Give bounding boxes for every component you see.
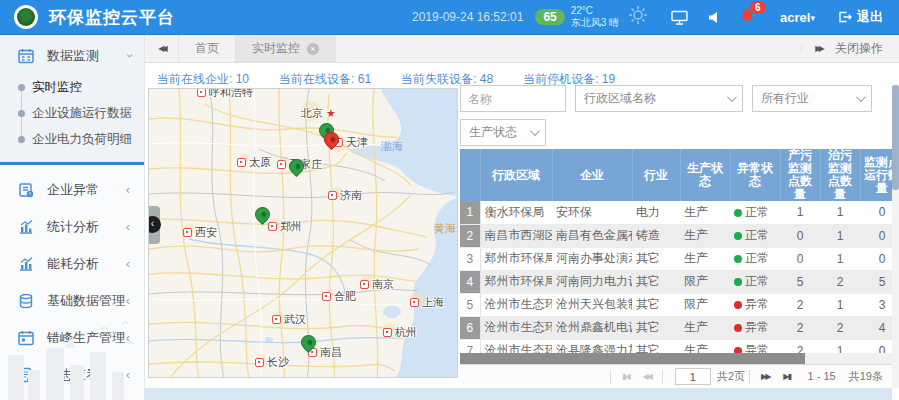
horizontal-scrollbar-thumb[interactable] [460,353,805,364]
col-region[interactable]: 行政区域 [480,149,552,201]
map-city-label: 黄海 [434,221,456,236]
table-row[interactable]: 3 郑州市环保局 河南办事处演示 其它 生产 正常 0 1 0 [460,247,893,270]
map-city-label: 上海 [410,295,444,310]
user-menu[interactable]: acrel▾ [780,10,815,25]
city-name: 济南 [340,188,362,203]
tab-scroll-left-button[interactable]: ◀◀ [145,35,179,62]
status-text: 异常 [745,320,769,334]
sidebar-item-log-view[interactable]: 日志查看 ‹ [0,356,144,393]
chevron-down-icon: ‹ [120,53,135,57]
cell-rownum: 3 [460,247,480,270]
city-name: 上海 [422,295,444,310]
status-stat: 当前在线企业: 10 [157,71,249,88]
china-map-canvas[interactable]: 呼和浩特北京天津太原石家庄济南西安郑州南京合肥上海武汉杭州南昌长沙渤海黄海 ‹ [148,88,458,378]
cell-running-points: 0 [860,247,893,270]
region-select[interactable]: 行政区域名称 [575,85,743,112]
sidebar-item-statistics[interactable]: 统计分析 ‹ [0,208,144,245]
first-page-button[interactable]: ▮◀ [615,372,636,381]
cell-company: 河南办事处演示 [552,247,632,270]
map-city-label: 杭州 [383,325,417,340]
cell-running-points: 5 [860,270,893,293]
city-name: 合肥 [334,289,356,304]
sidebar-item-base-data-mgmt[interactable]: 基础数据管理 ‹ [0,282,144,319]
chevron-down-icon [856,92,866,102]
production-status-select[interactable]: 生产状态 [460,119,546,146]
sidebar-divider [0,162,144,165]
col-rownum [460,149,480,201]
sidebar-item-realtime-monitor[interactable]: 实时监控 [0,74,144,100]
map-city-label: 北京 [301,106,336,121]
chevron-left-icon: ‹ [148,216,161,233]
sidebar-item-data-monitor[interactable]: 数据监测 ‹ [0,37,144,74]
cell-treatment-points: 1 [820,247,860,270]
tab-close-icon[interactable] [307,43,319,55]
sidebar-item-label: 错峰生产管理 [47,329,125,347]
tab-scroll-right-button[interactable]: ▶▶ [801,44,835,53]
industry-select[interactable]: 所有行业 [752,85,872,112]
temperature: 22°C [571,5,593,16]
next-page-button[interactable]: ▶▶ [754,372,776,381]
col-treatment-points[interactable]: 治污监测点数量 [820,149,860,201]
last-page-button[interactable]: ▶▮ [776,372,797,381]
logout-button[interactable]: 退出 [837,8,883,26]
sidebar-item-label: 统计分析 [47,218,99,236]
vertical-scrollbar-thumb[interactable] [892,85,899,190]
col-pollution-points[interactable]: 产污监测点数量 [780,149,820,201]
speaker-icon[interactable] [708,11,720,24]
bullet-dot-icon [18,110,25,117]
chevron-down-icon [530,126,540,136]
tab-home[interactable]: 首页 [179,35,236,62]
app-logo-icon [14,5,38,29]
horizontal-scrollbar-track [460,353,893,364]
city-marker-icon [277,160,286,169]
enterprise-list-panel: 行政区域名称 所有行业 生产状态 行政区域 [460,85,893,388]
col-company[interactable]: 企业 [552,149,632,201]
sidebar-item-energy-analysis[interactable]: 能耗分析 ‹ [0,245,144,282]
monitor-icon[interactable] [671,10,688,25]
tab-realtime-monitor[interactable]: 实时监控 [236,35,336,62]
sidebar-subitem-label: 实时监控 [32,79,82,96]
logout-icon [837,10,852,24]
page-number-input[interactable] [675,368,711,385]
col-abnormal-status[interactable]: 异常状态 [730,149,780,201]
col-running-points[interactable]: 监测点运行数量 [860,149,893,201]
caret-down-icon: ▾ [810,13,815,23]
sidebar-item-company-abnormal[interactable]: 企业异常 ‹ [0,171,144,208]
username: acrel [780,10,810,25]
col-prod-status[interactable]: 生产状态 [680,149,730,201]
close-operations-button[interactable]: 关闭操作 [835,40,899,57]
cell-rownum: 1 [460,201,480,224]
cell-abnormal-status: 异常 [730,316,780,339]
top-header: 环保监控云平台 2019-09-24 16:52:01 65 22°C 东北风3… [0,0,899,35]
prev-page-button[interactable]: ◀◀ [636,372,658,381]
city-name: 武汉 [284,312,306,327]
cell-treatment-points: 1 [820,293,860,316]
sidebar-item-staggered-production[interactable]: 错峰生产管理 ‹ [0,319,144,356]
datetime-text: 2019-09-24 16:52:01 [412,10,523,24]
cell-industry: 电力 [632,201,680,224]
map-city-label: 太原 [237,155,271,170]
panel-collapse-button[interactable]: ‹ [148,206,160,244]
cell-treatment-points: 2 [820,270,860,293]
cell-running-points: 0 [860,224,893,247]
pager-divider [662,370,663,384]
city-name: 渤海 [381,139,403,154]
chevron-left-icon: ‹ [126,256,130,271]
col-industry[interactable]: 行业 [632,149,680,201]
name-search-input[interactable] [460,85,566,112]
status-text: 正常 [745,274,769,288]
table-row[interactable]: 5 沧州市生态环保局 沧州天兴包装制品厂 其它 限产 异常 2 1 3 [460,293,893,316]
cell-abnormal-status: 正常 [730,270,780,293]
table-row[interactable]: 1 衡水环保局 安环保 电力 生产 正常 1 1 0 [460,201,893,224]
sidebar-item-power-load-detail[interactable]: 企业电力负荷明细 [0,126,144,152]
city-marker-icon [272,315,281,324]
cell-company: 沧州天兴包装制品厂 [552,293,632,316]
table-row[interactable]: 2 南昌市西湖区环保局 南昌有色金属有限公司 铸造 生产 正常 0 1 0 [460,224,893,247]
notifications-button[interactable]: 6 [740,8,754,27]
bullet-dot-icon [18,84,25,91]
table-row[interactable]: 6 沧州市生态环保局 沧州鼎鑫机电设备厂 其它 生产 异常 2 2 4 [460,316,893,339]
cell-company: 沧州鼎鑫机电设备厂 [552,316,632,339]
table-row[interactable]: 4 郑州市环保局 河南同力电力设计院 其它 限产 正常 5 2 5 [460,270,893,293]
sidebar-item-facility-data[interactable]: 企业设施运行数据 [0,100,144,126]
city-marker-icon [322,292,331,301]
